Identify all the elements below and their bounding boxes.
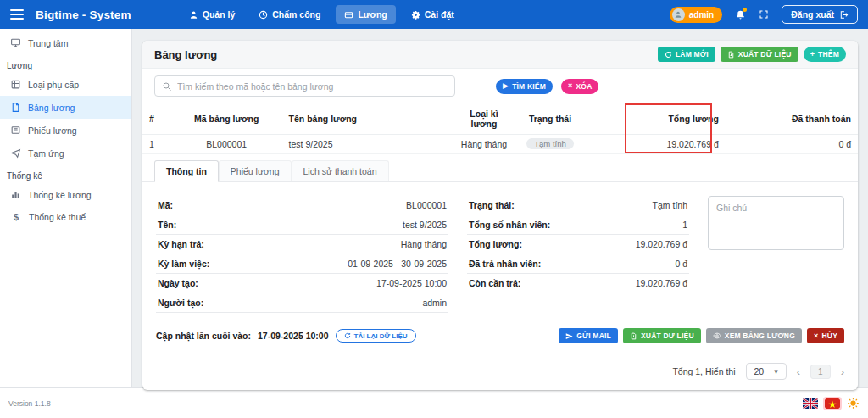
export-detail-button[interactable]: XUẤT DỮ LIỆU (623, 328, 701, 343)
cell-total-salary: 19.020.769 đ (582, 135, 726, 154)
sidebar-item-label: Loại phụ cấp (28, 80, 79, 90)
nav-item-label: Quản lý (203, 9, 236, 20)
pager: ‹ 1 › (797, 365, 844, 379)
detail-left-column: Mã:BL000001 Tên:test 9/2025 Kỳ hạn trả:H… (156, 196, 448, 313)
export-data-button[interactable]: XUẤT DỮ LIỆU (721, 47, 798, 62)
search-arrow-icon: ▶ (503, 82, 509, 90)
add-button[interactable]: + THÊM (804, 47, 846, 62)
user-menu[interactable]: admin (670, 7, 722, 23)
reload-icon (344, 332, 351, 339)
last-updated-label: Cập nhật lần cuối vào: (156, 331, 251, 341)
notifications-bell-icon[interactable] (735, 9, 746, 20)
detail-row: Còn cần trả:19.020.769 đ (467, 274, 689, 293)
footer-icons (803, 397, 860, 410)
send-money-icon (10, 148, 21, 159)
note-textarea[interactable] (708, 196, 844, 250)
sidebar: Trung tâm Lương Loại phụ cấp Bảng lương … (0, 29, 132, 387)
uk-flag-icon[interactable] (803, 398, 818, 409)
fullscreen-icon[interactable] (759, 9, 769, 20)
avatar (672, 8, 685, 21)
logout-button[interactable]: Đăng xuất (782, 5, 858, 24)
detail-row: Kỳ làm việc:01-09-2025 - 30-09-2025 (156, 254, 448, 274)
note-column (708, 196, 844, 313)
status-badge: Tạm tính (526, 138, 574, 149)
table-header-row: # Mã bảng lương Tên bảng lương Loại kì l… (142, 103, 858, 135)
nav-item-label: Lương (358, 9, 387, 20)
detail-row: Trạng thái:Tạm tính (467, 196, 689, 215)
sidebar-item-loai-phu-cap[interactable]: Loại phụ cấp (0, 73, 131, 96)
send-icon (565, 332, 573, 340)
plus-icon: + (810, 51, 815, 59)
reload-data-button[interactable]: TẢI LẠI DỮ LIỆU (336, 329, 416, 343)
nav-item-quan-ly[interactable]: Quản lý (181, 5, 244, 24)
header-buttons: LÀM MỚI XUẤT DỮ LIỆU + THÊM (658, 47, 846, 62)
body-row: Trung tâm Lương Loại phụ cấp Bảng lương … (0, 29, 868, 387)
tab-phieu-luong[interactable]: Phiếu lương (219, 160, 292, 181)
dollar-icon: $ (10, 212, 22, 222)
sidebar-section-luong: Lương (0, 54, 131, 73)
menu-icon[interactable] (10, 9, 24, 20)
chevron-left-icon[interactable]: ‹ (797, 366, 800, 377)
detail-row: Ngày tạo:17-09-2025 10:00 (156, 274, 448, 293)
detail-row: Mã:BL000001 (156, 196, 448, 215)
sidebar-item-tam-ung[interactable]: Tạm ứng (0, 142, 131, 164)
search-row: ▶ TÌM KIẾM × XÓA (142, 69, 858, 103)
search-input[interactable] (177, 81, 448, 92)
sidebar-item-thong-ke-luong[interactable]: Thống kê lương (0, 183, 131, 206)
payroll-table: # Mã bảng lương Tên bảng lương Loại kì l… (142, 103, 858, 154)
sidebar-item-trung-tam[interactable]: Trung tâm (0, 31, 131, 54)
tab-lich-su-thanh-toan[interactable]: Lịch sử thanh toán (292, 160, 389, 181)
clock-icon (259, 10, 268, 20)
col-paid: Đã thanh toán (726, 103, 858, 135)
detail-row: Kỳ hạn trả:Hàng tháng (156, 235, 448, 254)
detail-row: Đã trả nhân viên:0 đ (467, 254, 689, 274)
search-submit-button[interactable]: ▶ TÌM KIẾM (496, 79, 553, 94)
cell-period-type: Hàng tháng (450, 135, 518, 154)
col-index: # (142, 103, 171, 135)
app-root: Bigtime - System Quản lý Chấm công Lương… (0, 0, 868, 418)
view-payroll-button[interactable]: XEM BẢNG LƯƠNG (706, 328, 802, 343)
notification-dot (743, 8, 747, 12)
chevron-right-icon[interactable]: › (841, 366, 844, 377)
detail-footer: Cập nhật lần cuối vào: 17-09-2025 10:00 … (142, 316, 858, 354)
sidebar-item-bang-luong[interactable]: Bảng lương (0, 96, 131, 119)
cell-paid: 0 đ (726, 135, 858, 154)
tab-thong-tin[interactable]: Thông tin (154, 160, 219, 182)
detail-row: Người tạo:admin (156, 293, 448, 313)
bar-chart-icon (10, 189, 21, 200)
cell-code: BL000001 (171, 135, 282, 154)
detail-panel: Mã:BL000001 Tên:test 9/2025 Kỳ hạn trả:H… (142, 182, 858, 316)
nav-item-luong[interactable]: Lương (336, 5, 395, 24)
col-total-salary: Tổng lương (582, 103, 726, 135)
file-export-icon (727, 51, 735, 59)
card-header: Bảng lương LÀM MỚI XUẤT DỮ LIỆU + THÊM (142, 41, 858, 69)
theme-sun-icon[interactable] (847, 397, 860, 410)
col-status: Trạng thái (518, 103, 582, 135)
close-icon: × (568, 82, 572, 90)
nav-item-cai-dat[interactable]: Cài đặt (403, 5, 463, 24)
sidebar-item-label: Phiếu lương (28, 125, 77, 136)
sidebar-item-thong-ke-thue[interactable]: $ Thống kê thuế (0, 206, 131, 228)
sidebar-item-label: Trung tâm (28, 38, 68, 48)
refresh-icon (665, 51, 672, 59)
logout-label: Đăng xuất (791, 9, 834, 20)
sidebar-section-thong-ke: Thống kê (0, 164, 131, 183)
nav-item-cham-cong[interactable]: Chấm công (250, 5, 329, 24)
search-clear-button[interactable]: × XÓA (561, 79, 599, 94)
sidebar-item-label: Tạm ứng (28, 148, 64, 159)
sidebar-item-label: Bảng lương (28, 103, 75, 113)
sidebar-item-phieu-luong[interactable]: Phiếu lương (0, 119, 131, 142)
eye-icon (713, 332, 721, 340)
table-row[interactable]: 1 BL000001 test 9/2025 Hàng tháng Tạm tí… (142, 135, 858, 154)
vietnam-flag-icon[interactable] (825, 398, 840, 409)
page-number[interactable]: 1 (810, 365, 831, 379)
refresh-button[interactable]: LÀM MỚI (658, 47, 715, 62)
file-export-icon (630, 332, 637, 340)
send-mail-button[interactable]: GỬI MAIL (559, 328, 618, 343)
grid-icon (10, 79, 21, 90)
page-size-select[interactable]: 20 ▾ (746, 363, 787, 380)
chevron-down-icon: ▾ (774, 367, 778, 376)
document-icon (10, 102, 21, 113)
cancel-button[interactable]: × HỦY (807, 328, 844, 343)
receipt-icon (10, 125, 21, 136)
